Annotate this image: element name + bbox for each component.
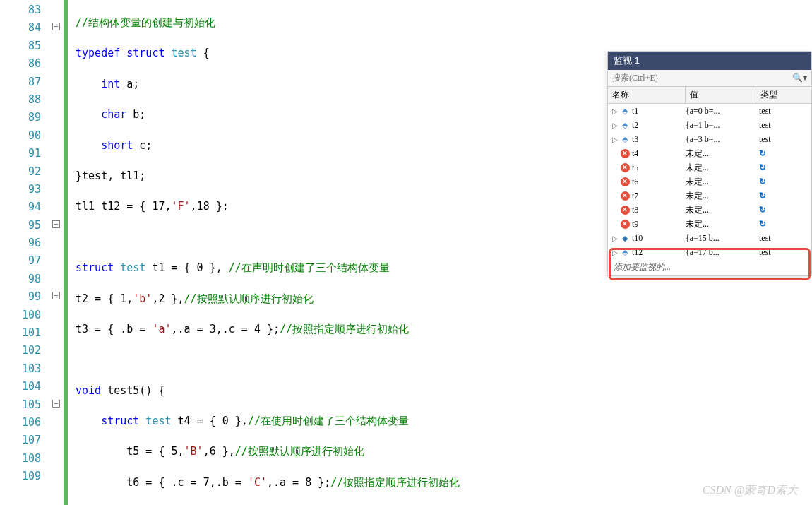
watch-panel[interactable]: 监视 1 🔍▾ 名称 值 类型 ▷⬘t1{a=0 b=...test▷⬘t2{a…	[607, 51, 812, 276]
watch-type: test	[756, 106, 811, 117]
line-number: 99	[0, 288, 41, 306]
variable-icon: ◆	[619, 234, 631, 243]
watch-title: 监视 1	[608, 52, 811, 70]
watch-row[interactable]: ▷⬘t12{a=17 b...test	[608, 245, 811, 259]
watch-type: ↻	[756, 177, 811, 187]
line-number: 95	[0, 217, 41, 234]
watch-search-bar[interactable]: 🔍▾	[608, 70, 811, 87]
refresh-icon[interactable]: ↻	[759, 148, 766, 158]
watch-row[interactable]: ✕t4未定...↻	[608, 146, 811, 160]
watch-name[interactable]: t4	[631, 148, 686, 159]
line-number: 83	[0, 1, 41, 19]
line-number: 87	[0, 73, 41, 91]
watch-type: ↻	[756, 191, 811, 201]
watermark: CSDN @蒙奇D索大	[703, 483, 798, 498]
watch-name[interactable]: t10	[631, 233, 686, 244]
watch-name[interactable]: t6	[631, 177, 686, 187]
watch-value: 未定...	[686, 190, 756, 202]
struct-icon: ⬘	[619, 107, 631, 116]
refresh-icon[interactable]: ↻	[759, 162, 766, 172]
watch-name[interactable]: t5	[631, 162, 686, 173]
line-number: 104	[0, 378, 41, 396]
error-icon: ✕	[619, 191, 631, 201]
watch-value: {a=1 b=...	[686, 120, 756, 131]
header-type[interactable]: 类型	[756, 87, 811, 103]
expand-icon[interactable]: ▷	[611, 136, 619, 143]
watch-name[interactable]: t7	[631, 191, 686, 201]
watch-type: ↻	[756, 219, 811, 230]
line-number-gutter: 8384858687888990919293949596979899100101…	[0, 0, 48, 505]
header-name[interactable]: 名称	[608, 87, 686, 103]
line-number: 84	[0, 19, 41, 37]
watch-row[interactable]: ▷⬘t3{a=3 b=...test	[608, 132, 811, 146]
line-number: 102	[0, 342, 41, 360]
watch-row[interactable]: ✕t7未定...↻	[608, 189, 811, 203]
refresh-icon[interactable]: ↻	[759, 191, 766, 201]
watch-row[interactable]: ▷⬘t1{a=0 b=...test	[608, 104, 811, 118]
watch-name[interactable]: t1	[631, 106, 686, 117]
line-number: 107	[0, 432, 41, 449]
line-number: 88	[0, 91, 41, 109]
expand-icon[interactable]: ▷	[611, 249, 619, 256]
line-number: 97	[0, 252, 41, 270]
error-icon: ✕	[619, 177, 631, 186]
watch-rows[interactable]: ▷⬘t1{a=0 b=...test▷⬘t2{a=1 b=...test▷⬘t3…	[608, 104, 811, 259]
line-number: 85	[0, 37, 41, 55]
expand-icon[interactable]: ▷	[611, 234, 619, 242]
watch-name[interactable]: t3	[631, 134, 686, 145]
watch-row[interactable]: ▷◆t10{a=15 b...test	[608, 231, 811, 245]
watch-row[interactable]: ✕t8未定...↻	[608, 203, 811, 217]
watch-type: ↻	[756, 205, 811, 215]
add-watch-placeholder[interactable]: 添加要监视的...	[608, 259, 811, 275]
error-icon: ✕	[619, 148, 631, 158]
watch-value: 未定...	[686, 148, 756, 160]
watch-value: 未定...	[686, 204, 756, 216]
watch-column-headers: 名称 值 类型	[608, 87, 811, 104]
watch-value: 未定...	[686, 176, 756, 188]
line-number: 94	[0, 198, 41, 216]
change-indicator	[64, 0, 68, 505]
line-number: 92	[0, 163, 41, 181]
search-icon[interactable]: 🔍▾	[788, 73, 811, 83]
line-number: 93	[0, 181, 41, 198]
watch-value: {a=17 b...	[686, 247, 756, 258]
watch-value: 未定...	[686, 162, 756, 174]
watch-type: ↻	[756, 162, 811, 173]
struct-icon: ⬘	[619, 248, 631, 257]
watch-name[interactable]: t2	[631, 120, 686, 131]
watch-value: {a=15 b...	[686, 233, 756, 244]
expand-icon[interactable]: ▷	[611, 121, 619, 129]
watch-name[interactable]: t9	[631, 219, 686, 230]
watch-row[interactable]: ✕t9未定...↻	[608, 217, 811, 231]
fold-column[interactable]	[48, 0, 64, 505]
expand-icon[interactable]: ▷	[611, 107, 619, 115]
line-number: 105	[0, 396, 41, 414]
watch-row[interactable]: ▷⬘t2{a=1 b=...test	[608, 118, 811, 132]
line-number: 108	[0, 450, 41, 468]
refresh-icon[interactable]: ↻	[759, 205, 766, 215]
header-value[interactable]: 值	[686, 87, 756, 103]
struct-icon: ⬘	[619, 121, 631, 130]
line-number: 101	[0, 324, 41, 342]
watch-value: {a=3 b=...	[686, 134, 756, 145]
line-number: 109	[0, 468, 41, 485]
refresh-icon[interactable]: ↻	[759, 219, 766, 229]
code-comment: //结构体变量的创建与初始化	[76, 16, 215, 29]
watch-row[interactable]: ✕t6未定...↻	[608, 174, 811, 189]
watch-type: test	[756, 134, 811, 145]
watch-name[interactable]: t8	[631, 205, 686, 215]
line-number: 96	[0, 234, 41, 252]
watch-type: test	[756, 247, 811, 258]
watch-value: {a=0 b=...	[686, 106, 756, 117]
line-number: 100	[0, 307, 41, 324]
watch-value: 未定...	[686, 218, 756, 230]
struct-icon: ⬘	[619, 135, 631, 144]
line-number: 103	[0, 360, 41, 378]
watch-name[interactable]: t12	[631, 247, 686, 258]
watch-search-input[interactable]	[608, 70, 788, 86]
refresh-icon[interactable]: ↻	[759, 177, 766, 186]
error-icon: ✕	[619, 162, 631, 172]
watch-type: ↻	[756, 148, 811, 159]
watch-row[interactable]: ✕t5未定...↻	[608, 160, 811, 174]
line-number: 90	[0, 127, 41, 145]
